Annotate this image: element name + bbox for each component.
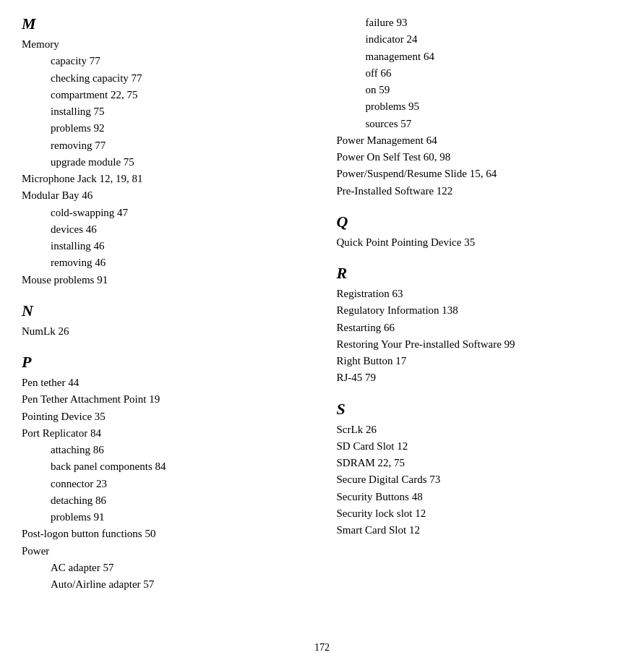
list-item: off 66 <box>337 65 623 82</box>
list-item: Power Management 64 <box>337 132 623 149</box>
list-item: installing 46 <box>22 238 308 254</box>
page-number: 172 <box>0 642 644 654</box>
section-m: M Memory capacity 77 checking capacity 7… <box>22 14 308 288</box>
list-item: Security lock slot 12 <box>337 505 623 522</box>
list-item: Pen Tether Attachment Point 19 <box>22 391 308 408</box>
letter-r: R <box>337 264 623 283</box>
list-item: Power/Suspend/Resume Slide 15, 64 <box>337 166 623 182</box>
list-item: Pointing Device 35 <box>22 408 308 425</box>
list-item: connector 23 <box>22 476 308 492</box>
list-item: devices 46 <box>22 221 308 238</box>
list-item: Pre-Installed Software 122 <box>337 183 623 200</box>
section-r: R Registration 63 Regulatory Information… <box>337 264 623 387</box>
list-item: failure 93 <box>337 14 623 31</box>
list-item: RJ-45 79 <box>337 369 623 386</box>
left-column: M Memory capacity 77 checking capacity 7… <box>22 14 322 606</box>
section-q: Q Quick Point Pointing Device 35 <box>337 213 623 251</box>
list-item: Smart Card Slot 12 <box>337 522 623 539</box>
list-item: AC adapter 57 <box>22 560 308 576</box>
list-item: on 59 <box>337 82 623 98</box>
list-item: back panel components 84 <box>22 458 308 475</box>
list-item: Restoring Your Pre-installed Software 99 <box>337 336 623 353</box>
list-item: Secure Digital Cards 73 <box>337 471 623 488</box>
list-item: detaching 86 <box>22 492 308 509</box>
list-item: SD Card Slot 12 <box>337 438 623 455</box>
list-item: checking capacity 77 <box>22 70 308 87</box>
list-item: installing 75 <box>22 103 308 120</box>
list-item: problems 92 <box>22 120 308 137</box>
list-item: Pen tether 44 <box>22 374 308 391</box>
power-continuation: failure 93 indicator 24 management 64 of… <box>337 14 623 200</box>
list-item: capacity 77 <box>22 53 308 69</box>
list-item: Registration 63 <box>337 286 623 302</box>
letter-m: M <box>22 14 308 33</box>
letter-s: S <box>337 400 623 419</box>
list-item: removing 77 <box>22 137 308 154</box>
list-item: Modular Bay 46 <box>22 187 308 204</box>
right-column: failure 93 indicator 24 management 64 of… <box>322 14 623 606</box>
list-item: sources 57 <box>337 116 623 132</box>
list-item: NumLk 26 <box>22 323 308 340</box>
letter-n: N <box>22 301 308 320</box>
list-item: Mouse problems 91 <box>22 272 308 288</box>
list-item: Auto/Airline adapter 57 <box>22 576 308 593</box>
list-item: removing 46 <box>22 254 308 271</box>
list-item: compartment 22, 75 <box>22 87 308 103</box>
list-item: Regulatory Information 138 <box>337 302 623 319</box>
list-item: Post-logon button functions 50 <box>22 526 308 542</box>
list-item: Port Replicator 84 <box>22 425 308 442</box>
list-item: Restarting 66 <box>337 320 623 336</box>
list-item: Microphone Jack 12, 19, 81 <box>22 171 308 187</box>
letter-p: P <box>22 353 308 372</box>
list-item: indicator 24 <box>337 31 623 48</box>
list-item: Memory <box>22 36 308 53</box>
letter-q: Q <box>337 213 623 231</box>
section-n: N NumLk 26 <box>22 301 308 340</box>
list-item: Quick Point Pointing Device 35 <box>337 234 623 251</box>
list-item: cold-swapping 47 <box>22 205 308 221</box>
list-item: Power <box>22 543 308 560</box>
list-item: management 64 <box>337 48 623 65</box>
list-item: Power On Self Test 60, 98 <box>337 149 623 166</box>
list-item: SDRAM 22, 75 <box>337 455 623 471</box>
list-item: Right Button 17 <box>337 353 623 369</box>
list-item: Security Buttons 48 <box>337 489 623 505</box>
section-p: P Pen tether 44 Pen Tether Attachment Po… <box>22 353 308 593</box>
list-item: problems 95 <box>337 98 623 115</box>
list-item: attaching 86 <box>22 442 308 458</box>
list-item: problems 91 <box>22 509 308 526</box>
list-item: upgrade module 75 <box>22 154 308 171</box>
list-item: ScrLk 26 <box>337 421 623 438</box>
section-s: S ScrLk 26 SD Card Slot 12 SDRAM 22, 75 … <box>337 400 623 539</box>
